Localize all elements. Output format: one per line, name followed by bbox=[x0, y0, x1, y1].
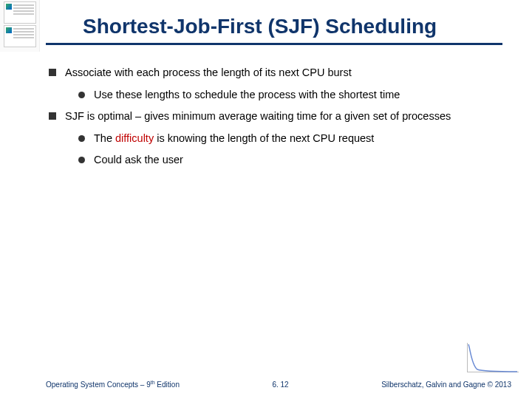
circle-bullet-icon bbox=[78, 157, 85, 163]
footer-page-number: 6. 12 bbox=[272, 381, 288, 389]
circle-bullet-icon bbox=[78, 92, 85, 98]
bullet-text: Use these lengths to schedule the proces… bbox=[94, 88, 400, 103]
bullet-text: Associate with each process the length o… bbox=[65, 66, 352, 81]
emphasis-word: difficulty bbox=[115, 132, 154, 144]
bullet-text: Could ask the user bbox=[94, 153, 183, 168]
circle-bullet-icon bbox=[78, 135, 85, 142]
bullet-level2: Could ask the user bbox=[78, 153, 502, 168]
square-bullet-icon bbox=[49, 69, 56, 76]
bullet-level2: The difficulty is knowing the length of … bbox=[78, 132, 502, 146]
footer-left: Operating System Concepts – 9th Edition bbox=[46, 380, 180, 389]
square-bullet-icon bbox=[49, 112, 56, 120]
bullet-level1: SJF is optimal – gives minimum average w… bbox=[49, 109, 502, 124]
slide-footer: Operating System Concepts – 9th Edition … bbox=[0, 377, 532, 392]
slide-body: Shortest-Job-First (SJF) Scheduling Asso… bbox=[0, 0, 532, 399]
bullet-level2: Use these lengths to schedule the proces… bbox=[78, 88, 502, 103]
bullet-text: SJF is optimal – gives minimum average w… bbox=[65, 109, 451, 124]
footer-copyright: Silberschatz, Galvin and Gagne © 2013 bbox=[381, 381, 511, 389]
corner-graph-decoration bbox=[457, 337, 523, 378]
title-underline bbox=[46, 43, 502, 45]
slide-title: Shortest-Job-First (SJF) Scheduling bbox=[83, 15, 502, 38]
bullet-text: The difficulty is knowing the length of … bbox=[94, 132, 374, 146]
bullet-level1: Associate with each process the length o… bbox=[49, 66, 502, 81]
